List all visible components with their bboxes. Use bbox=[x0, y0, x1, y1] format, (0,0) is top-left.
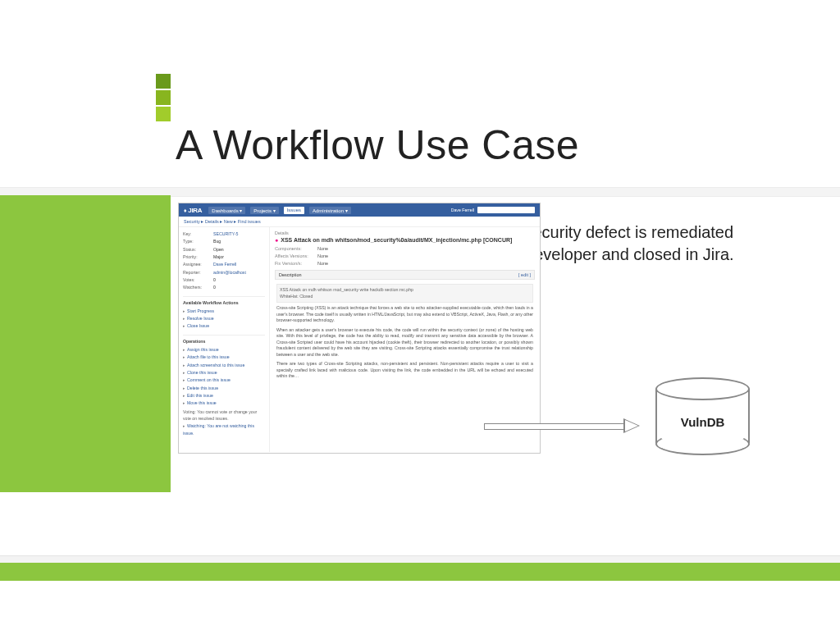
desc-paragraph: When an attacker gets a user's browser t… bbox=[276, 327, 533, 358]
quick-search-input[interactable] bbox=[477, 207, 535, 213]
jira-topbar: JIRA Dashboards ▾ Projects ▾ Issues Admi… bbox=[179, 203, 540, 217]
op-edit[interactable]: Edit this issue bbox=[183, 392, 265, 399]
field-label: Assignee: bbox=[183, 261, 211, 267]
desc-paragraph: Cross-site Scripting (XSS) is an attack … bbox=[276, 305, 533, 324]
issue-watchers: 0 bbox=[213, 284, 216, 290]
issue-assignee[interactable]: Dave Ferrell bbox=[213, 261, 236, 267]
issue-reporter[interactable]: admin@localhost bbox=[213, 269, 246, 276]
op-attach-file[interactable]: Attach file to this issue bbox=[183, 354, 265, 360]
left-accent-block bbox=[0, 195, 171, 492]
issue-title-text: XSS Attack on mdh whitson/mod_security%0… bbox=[281, 237, 512, 243]
operations-heading: Operations bbox=[183, 335, 265, 345]
edit-description-link[interactable]: [ edit ] bbox=[518, 272, 531, 277]
divider bbox=[0, 555, 840, 563]
description-body: XSS Attack on mdh whitson mod_security w… bbox=[275, 282, 535, 380]
op-move[interactable]: Move this issue bbox=[183, 399, 265, 406]
issue-key[interactable]: SECURITY-5 bbox=[213, 231, 238, 237]
workflow-heading: Available Workflow Actions bbox=[183, 296, 265, 306]
menu-projects[interactable]: Projects ▾ bbox=[250, 207, 278, 214]
wf-resolve[interactable]: Resolve Issue bbox=[183, 315, 265, 322]
wf-close[interactable]: Close Issue bbox=[183, 322, 265, 329]
slide: A Workflow Use Case 7. Security defect i… bbox=[0, 0, 840, 630]
issue-votes: 0 bbox=[213, 276, 216, 283]
op-comment[interactable]: Comment on this issue bbox=[183, 377, 265, 383]
field-value: None bbox=[317, 253, 328, 258]
database-cylinder: VulnDB bbox=[655, 377, 750, 455]
field-label: Components: bbox=[275, 246, 317, 251]
issue-status: Open bbox=[213, 246, 224, 253]
issue-priority: Major bbox=[213, 253, 224, 260]
jira-main-menu: Dashboards ▾ Projects ▾ Issues Administr… bbox=[208, 207, 350, 214]
arrow-icon bbox=[484, 420, 640, 431]
desc-line: WhiteHat: Closed bbox=[280, 294, 530, 300]
issue-sidebar: Key:SECURITY-5 Type:Bug Status:Open Prio… bbox=[179, 227, 270, 452]
field-label: Affects Versions: bbox=[275, 253, 317, 258]
menu-issues[interactable]: Issues bbox=[284, 207, 304, 214]
jira-user-area: Dave Ferrell bbox=[451, 207, 535, 213]
jira-body: Key:SECURITY-5 Type:Bug Status:Open Prio… bbox=[179, 227, 540, 452]
field-label: Reporter: bbox=[183, 269, 211, 276]
menu-admin[interactable]: Administration ▾ bbox=[309, 207, 351, 214]
field-value: None bbox=[317, 261, 328, 266]
deco-square bbox=[156, 90, 171, 105]
current-user[interactable]: Dave Ferrell bbox=[451, 208, 474, 212]
description-label: Description bbox=[279, 272, 302, 277]
issue-meta: Components:None bbox=[275, 246, 535, 251]
field-label: Status: bbox=[183, 246, 211, 253]
field-label: Fix Version/s: bbox=[275, 261, 317, 266]
desc-line: XSS Attack on mdh whitson mod_security w… bbox=[280, 287, 530, 294]
desc-paragraph: There are two types of Cross-site Script… bbox=[276, 361, 533, 380]
field-label: Votes: bbox=[183, 276, 211, 283]
slide-title: A Workflow Use Case bbox=[176, 121, 579, 169]
issue-type: Bug bbox=[213, 238, 221, 244]
field-label: Watchers: bbox=[183, 284, 211, 290]
breadcrumb: Security ▸ Details ▸ New ▸ Find issues bbox=[179, 217, 540, 227]
deco-square bbox=[156, 74, 171, 89]
db-label: VulnDB bbox=[655, 415, 750, 429]
description-header: Description [ edit ] bbox=[275, 270, 535, 280]
jira-screenshot: JIRA Dashboards ▾ Projects ▾ Issues Admi… bbox=[179, 203, 540, 453]
footer-accent bbox=[0, 563, 840, 581]
op-watching[interactable]: Watching: You are not watching this issu… bbox=[183, 422, 265, 436]
section-label: Details bbox=[275, 231, 535, 235]
issue-title: ●XSS Attack on mdh whitson/mod_security%… bbox=[275, 237, 535, 243]
op-attach-screenshot[interactable]: Attach screenshot to this issue bbox=[183, 362, 265, 368]
field-label: Key: bbox=[183, 231, 211, 237]
field-label: Priority: bbox=[183, 253, 211, 260]
op-delete[interactable]: Delete this issue bbox=[183, 385, 265, 391]
menu-dashboards[interactable]: Dashboards ▾ bbox=[208, 207, 245, 214]
field-value: None bbox=[317, 246, 328, 251]
jira-logo: JIRA bbox=[184, 207, 202, 214]
issue-main: Details ●XSS Attack on mdh whitson/mod_s… bbox=[270, 227, 540, 452]
op-clone[interactable]: Clone this issue bbox=[183, 369, 265, 376]
voting-note: Voting: You cannot vote or change your v… bbox=[183, 409, 265, 422]
op-assign[interactable]: Assign this issue bbox=[183, 346, 265, 353]
field-label: Type: bbox=[183, 238, 211, 244]
deco-square bbox=[156, 107, 171, 121]
wf-start-progress[interactable]: Start Progress bbox=[183, 308, 265, 314]
